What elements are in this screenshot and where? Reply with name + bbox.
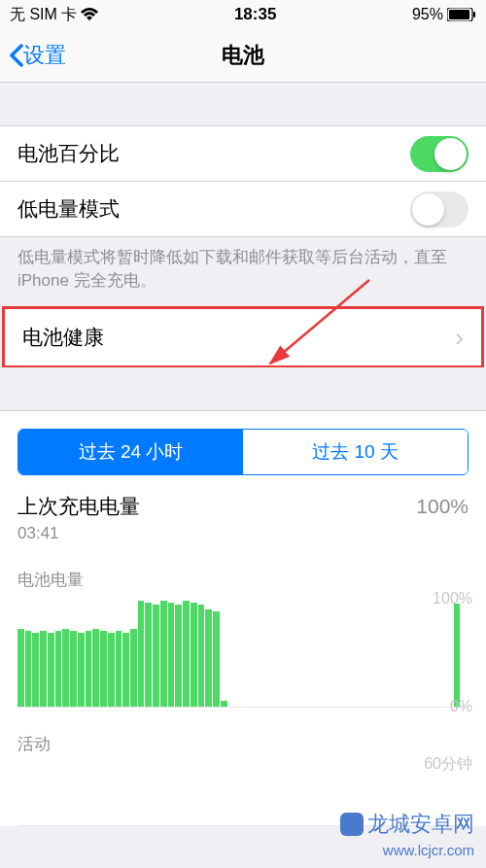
page-title: 电池: [222, 41, 264, 70]
svg-rect-1: [449, 10, 469, 19]
battery-percent-switch[interactable]: [410, 136, 469, 172]
battery-chart-title: 电池电量: [17, 569, 469, 591]
battery-chart: 100% 0%: [17, 599, 469, 708]
y-axis-bottom: 0%: [450, 698, 472, 715]
status-left: 无 SIM 卡: [10, 5, 98, 25]
activity-chart-block: 活动 60分钟: [0, 708, 486, 826]
svg-rect-2: [473, 12, 475, 17]
wifi-icon: [81, 8, 98, 21]
tab-24h[interactable]: 过去 24 小时: [18, 430, 243, 474]
bar: [122, 633, 129, 706]
bar: [78, 633, 85, 706]
bar: [70, 631, 77, 707]
chevron-right-icon: ›: [455, 325, 464, 350]
bar: [100, 631, 107, 707]
watermark-icon: [340, 813, 364, 836]
battery-health-cell[interactable]: 电池健康 ›: [5, 309, 481, 365]
nav-bar: 设置 电池: [0, 29, 486, 83]
bar: [138, 601, 145, 707]
bar: [145, 603, 152, 707]
back-label: 设置: [23, 41, 66, 70]
bar: [92, 629, 99, 707]
bar: [17, 629, 24, 707]
bar: [153, 605, 159, 706]
bar: [454, 604, 461, 706]
cell-label: 电池百分比: [17, 140, 120, 167]
usage-section: 过去 24 小时 过去 10 天 上次充电电量 100% 03:41 电池电量 …: [0, 410, 486, 826]
bar: [191, 603, 197, 707]
low-power-description: 低电量模式将暂时降低如下载和邮件获取等后台活动，直至 iPhone 完全充电。: [0, 236, 486, 306]
battery-percent-cell[interactable]: 电池百分比: [0, 125, 486, 182]
watermark-url: www.lcjcr.com: [383, 842, 474, 858]
bar: [205, 609, 212, 707]
tab-10d[interactable]: 过去 10 天: [243, 430, 468, 474]
battery-chart-block: 电池电量 100% 0%: [0, 543, 486, 708]
last-charge-time: 03:41: [0, 520, 486, 543]
cell-label: 低电量模式: [17, 195, 120, 223]
status-time: 18:35: [234, 5, 276, 24]
chevron-left-icon: [8, 44, 23, 67]
bar: [62, 629, 69, 707]
bar: [213, 611, 220, 707]
bar: [130, 629, 137, 707]
y-axis-top: 100%: [433, 590, 472, 608]
bar: [55, 631, 62, 707]
battery-percent: 95%: [412, 6, 443, 23]
last-charge-label: 上次充电电量: [17, 493, 140, 520]
bar: [108, 633, 115, 706]
status-right: 95%: [412, 6, 476, 23]
bar: [175, 605, 182, 706]
bar: [25, 631, 32, 707]
bar: [48, 633, 54, 706]
bar: [168, 603, 175, 707]
bar: [183, 601, 190, 707]
bar: [40, 631, 47, 707]
bar: [221, 701, 227, 707]
battery-icon: [447, 8, 476, 21]
cell-label: 电池健康: [22, 324, 104, 351]
low-power-cell[interactable]: 低电量模式: [0, 181, 486, 237]
bar: [32, 633, 39, 706]
back-button[interactable]: 设置: [8, 41, 66, 70]
y-axis-top: 60分钟: [424, 754, 472, 775]
last-charge-percent: 100%: [416, 495, 469, 518]
status-bar: 无 SIM 卡 18:35 95%: [0, 0, 486, 29]
carrier-text: 无 SIM 卡: [10, 5, 77, 25]
bar: [86, 631, 92, 707]
low-power-switch[interactable]: [410, 191, 469, 227]
bar: [198, 605, 205, 706]
highlight-annotation: 电池健康 ›: [2, 306, 484, 367]
watermark-name: 龙城安卓网: [340, 810, 474, 839]
time-range-segment: 过去 24 小时 过去 10 天: [17, 429, 469, 475]
activity-chart-title: 活动: [17, 733, 469, 755]
bar: [160, 601, 167, 707]
bar: [116, 631, 122, 707]
